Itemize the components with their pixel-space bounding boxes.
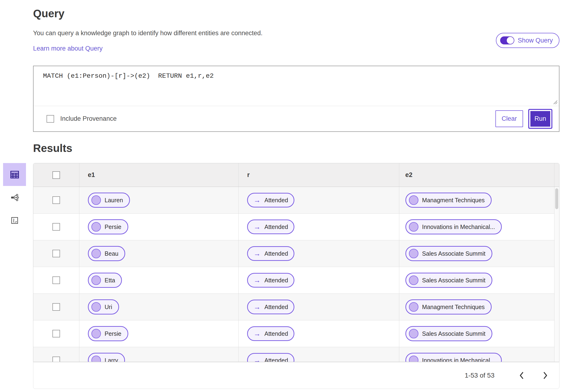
entity-pill[interactable]: Lauren: [88, 193, 130, 208]
row-checkbox[interactable]: [53, 196, 60, 204]
resize-grip-icon[interactable]: [553, 100, 558, 104]
entity-pill[interactable]: Sales Associate Summit: [405, 273, 492, 288]
row-checkbox[interactable]: [53, 357, 60, 362]
entity-pill[interactable]: Innovations in Mechanical...: [405, 353, 502, 362]
entity-node-icon: [409, 356, 418, 362]
previous-page-button[interactable]: [517, 370, 526, 381]
entity-node-icon: [91, 356, 101, 362]
entity-node-icon: [409, 196, 418, 205]
results-view-switcher: [3, 163, 26, 232]
entity-node-icon: [91, 249, 101, 258]
checkbox-icon[interactable]: [47, 115, 54, 123]
query-button-group: Clear Run: [495, 110, 553, 128]
relation-arrow-icon: →: [253, 196, 261, 204]
graph-view-button[interactable]: [3, 186, 26, 209]
scrollbar-thumb[interactable]: [555, 188, 558, 209]
entity-pill[interactable]: Persie: [88, 219, 128, 234]
entity-pill[interactable]: Persie: [88, 326, 128, 341]
entity-pill[interactable]: Uri: [88, 299, 119, 314]
entity-node-icon: [91, 329, 101, 338]
query-text[interactable]: MATCH (e1:Person)-[r]->(e2) RETURN e1,r,…: [43, 72, 214, 80]
results-table: e1 r e2 Lauren →Attended Managment Techn…: [33, 163, 559, 362]
entity-pill[interactable]: Larry: [88, 353, 125, 362]
table-row: Lauren →Attended Managment Techniques: [33, 187, 559, 214]
relation-pill[interactable]: →Attended: [247, 273, 294, 288]
table-row: Larry →Attended Innovations in Mechanica…: [33, 347, 559, 362]
entity-pill[interactable]: Sales Associate Summit: [405, 246, 492, 261]
column-header-r: r: [247, 171, 250, 179]
table-row: Persie →Attended Sales Associate Summit: [33, 321, 559, 347]
entity-pill[interactable]: Etta: [88, 273, 122, 288]
row-checkbox[interactable]: [53, 250, 60, 257]
run-button[interactable]: Run: [529, 110, 552, 128]
chevron-left-icon: [519, 372, 524, 379]
relation-pill[interactable]: →Attended: [247, 193, 294, 208]
column-header-e2: e2: [405, 171, 413, 179]
share-network-icon: [10, 193, 19, 202]
relation-pill[interactable]: →Attended: [247, 326, 294, 341]
entity-node-icon: [409, 249, 418, 258]
relation-pill[interactable]: →Attended: [247, 246, 294, 261]
table-header-row: e1 r e2: [33, 163, 559, 187]
row-checkbox[interactable]: [53, 303, 60, 311]
relation-pill[interactable]: →Attended: [247, 300, 294, 314]
query-panel: MATCH (e1:Person)-[r]->(e2) RETURN e1,r,…: [33, 66, 559, 132]
clear-button[interactable]: Clear: [495, 110, 523, 127]
entity-node-icon: [91, 302, 101, 312]
show-query-label: Show Query: [518, 37, 553, 44]
chart-view-button[interactable]: [3, 209, 26, 232]
row-checkbox[interactable]: [53, 277, 60, 284]
row-checkbox[interactable]: [53, 330, 60, 337]
table-row: Beau →Attended Sales Associate Summit: [33, 240, 559, 267]
table-scrollbar[interactable]: [554, 187, 559, 362]
results-title: Results: [33, 142, 72, 154]
row-checkbox[interactable]: [53, 223, 60, 231]
entity-node-icon: [409, 302, 418, 312]
query-controls: Include Provenance Clear Run: [34, 106, 559, 131]
table-view-button[interactable]: [3, 163, 26, 186]
table-row: Etta →Attended Sales Associate Summit: [33, 267, 559, 294]
entity-pill[interactable]: Innovations in Mechanical...: [405, 219, 502, 234]
entity-pill[interactable]: Managment Techniques: [405, 193, 492, 208]
relation-arrow-icon: →: [253, 277, 261, 284]
include-provenance-label: Include Provenance: [60, 115, 117, 122]
pagination-bar: 1-53 of 53: [33, 362, 559, 389]
entity-node-icon: [409, 222, 418, 232]
entity-node-icon: [409, 329, 418, 338]
relation-pill[interactable]: →Attended: [247, 353, 294, 362]
include-provenance-checkbox[interactable]: Include Provenance: [47, 115, 117, 123]
table-icon: [9, 169, 20, 180]
page-description: You can query a knowledge graph to ident…: [33, 29, 263, 37]
relation-pill[interactable]: →Attended: [247, 220, 294, 234]
learn-more-link[interactable]: Learn more about Query: [33, 45, 103, 52]
next-page-button[interactable]: [541, 370, 550, 381]
entity-node-icon: [91, 222, 101, 232]
relation-arrow-icon: →: [253, 303, 261, 310]
entity-node-icon: [91, 276, 101, 285]
chart-icon: [10, 216, 19, 225]
column-header-e1: e1: [88, 171, 95, 179]
page-title: Query: [33, 7, 65, 20]
entity-pill[interactable]: Beau: [88, 246, 125, 261]
relation-arrow-icon: →: [253, 250, 261, 257]
relation-arrow-icon: →: [253, 330, 261, 337]
show-query-toggle[interactable]: Show Query: [496, 33, 559, 48]
relation-arrow-icon: →: [253, 223, 261, 230]
table-row: Uri →Attended Managment Techniques: [33, 294, 559, 321]
pagination-range: 1-53 of 53: [465, 372, 495, 379]
query-editor[interactable]: MATCH (e1:Person)-[r]->(e2) RETURN e1,r,…: [34, 66, 559, 106]
toggle-switch-icon[interactable]: [500, 36, 514, 44]
entity-pill[interactable]: Managment Techniques: [405, 299, 492, 314]
toggle-knob: [507, 37, 514, 44]
entity-pill[interactable]: Sales Associate Summit: [405, 326, 492, 341]
chevron-right-icon: [543, 372, 548, 379]
entity-node-icon: [409, 276, 418, 285]
select-all-checkbox[interactable]: [53, 171, 60, 179]
entity-node-icon: [91, 196, 101, 205]
relation-arrow-icon: →: [253, 357, 261, 362]
table-row: Persie →Attended Innovations in Mechanic…: [33, 214, 559, 240]
